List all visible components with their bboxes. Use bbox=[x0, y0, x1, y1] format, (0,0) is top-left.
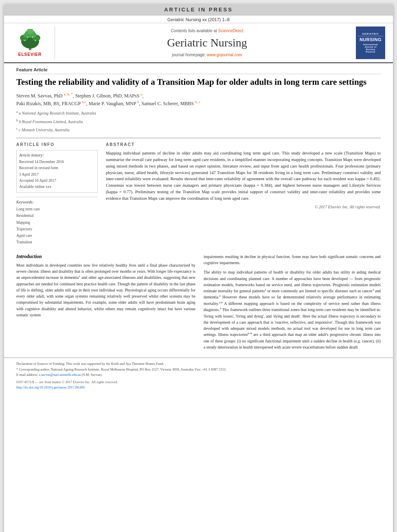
article-info-header: ARTICLE INFO bbox=[16, 142, 98, 147]
keyword-residential: Residential bbox=[16, 212, 98, 219]
body-left-col: Introduction Most individuals in develop… bbox=[16, 254, 195, 353]
keyword-transition: Transition bbox=[16, 239, 98, 245]
intro-left-para-1: Most individuals in developed countries … bbox=[16, 262, 195, 318]
elsevier-tree-icon bbox=[16, 29, 44, 51]
article-info-col: ARTICLE INFO Article history: Received 1… bbox=[16, 138, 98, 245]
abstract-text: Mapping individual patterns of decline i… bbox=[106, 150, 381, 201]
svg-point-9 bbox=[35, 40, 36, 41]
intro-right-para-1: impairments resulting in decline in phys… bbox=[204, 254, 381, 266]
article-history-box: Article history: Received 14 December 20… bbox=[16, 150, 98, 193]
article-in-press-banner: ARTICLE IN PRESS bbox=[4, 4, 393, 15]
keyword-aged-care: Aged care bbox=[16, 232, 98, 239]
article-history-label: Article history: bbox=[19, 153, 95, 157]
gn-logo-top: GERIATRIC bbox=[358, 33, 384, 36]
journal-link-bar: Geriatric Nursing xx (2017) 1–8 bbox=[4, 15, 393, 23]
authors-line: Steven M. Savvas, PhD a, b, *, Stephen J… bbox=[16, 92, 381, 107]
elsevier-label: ELSEVIER bbox=[18, 52, 42, 57]
gn-logo-container: GERIATRIC NURSING InternationalJournal o… bbox=[354, 26, 387, 59]
history-item-4: Accepted 10 April 2017 bbox=[19, 178, 95, 184]
email-author: (S.M. Savvas). bbox=[82, 373, 103, 377]
journal-homepage: journal homepage: www.gnjournal.com bbox=[172, 53, 242, 57]
gn-logo-main: NURSING bbox=[360, 37, 382, 42]
keyword-mapping: Mapping bbox=[16, 219, 98, 226]
homepage-prefix: journal homepage: bbox=[172, 53, 207, 57]
history-item-1: Received 14 December 2016 bbox=[19, 159, 95, 165]
intro-right-para-2: The ability to map individual patterns o… bbox=[204, 269, 381, 350]
content-area: Feature Article Testing the reliability … bbox=[4, 63, 393, 249]
affiliation-a: a a National Ageing Research Institute, … bbox=[16, 110, 381, 116]
banner-text: ARTICLE IN PRESS bbox=[164, 7, 233, 13]
homepage-url[interactable]: www.gnjournal.com bbox=[207, 53, 242, 57]
gn-logo-box: GERIATRIC NURSING InternationalJournal o… bbox=[356, 26, 385, 59]
svg-point-8 bbox=[24, 40, 25, 41]
doi-link[interactable]: http://dx.doi.org/10.1016/j.gerinurse.20… bbox=[16, 385, 85, 389]
keyword-long-term-care: Long term care bbox=[16, 206, 98, 212]
email-note: E-mail address: s.savvas@nari.unimelb.ed… bbox=[16, 372, 381, 378]
gn-logo-sub: InternationalJournal ofNursingPractice bbox=[363, 43, 378, 53]
page: ARTICLE IN PRESS Geriatric Nursing xx (2… bbox=[4, 4, 393, 532]
affiliation-b: b b Royal Freemasons Limited, Australia bbox=[16, 118, 381, 125]
keyword-trajectory: Trajectory bbox=[16, 226, 98, 232]
svg-point-10 bbox=[27, 37, 28, 38]
journal-citation-suffix: 8 bbox=[227, 17, 230, 22]
affiliation-c: c c Monash University, Australia bbox=[16, 126, 381, 133]
article-info-abstract-section: ARTICLE INFO Article history: Received 1… bbox=[16, 138, 381, 245]
feature-article-label: Feature Article bbox=[16, 67, 381, 74]
journal-citation-prefix: Geriatric Nursing xx (2017) 1 bbox=[167, 17, 225, 22]
elsevier-logo: ELSEVIER bbox=[10, 26, 55, 59]
doi-line: http://dx.doi.org/10.1016/j.gerinurse.20… bbox=[16, 385, 381, 391]
article-title: Testing the reliability and validity of … bbox=[16, 77, 381, 88]
svg-point-11 bbox=[32, 37, 33, 38]
keywords-label: Keywords: bbox=[16, 197, 98, 204]
issn-line: 0197-4572/$ — see front matter © 2017 El… bbox=[16, 380, 381, 385]
email-link[interactable]: s.savvas@nari.unimelb.edu.au bbox=[39, 373, 81, 377]
contents-prefix: Contents lists available at bbox=[171, 29, 218, 33]
journal-title-area: Contents lists available at ScienceDirec… bbox=[60, 26, 354, 59]
contents-line: Contents lists available at ScienceDirec… bbox=[171, 29, 243, 33]
journal-header: ELSEVIER Contents lists available at Sci… bbox=[4, 23, 393, 63]
body-right-col: impairments resulting in decline in phys… bbox=[204, 254, 381, 353]
history-item-2: Received in revised form bbox=[19, 165, 95, 171]
abstract-header: ABSTRACT bbox=[106, 142, 381, 147]
journal-name: Geriatric Nursing bbox=[167, 36, 247, 49]
footer-notes: Declaration of Sources of Funding: This … bbox=[4, 358, 393, 394]
science-direct-link[interactable]: ScienceDirect bbox=[218, 29, 243, 33]
body-section: Introduction Most individuals in develop… bbox=[4, 249, 393, 358]
corresponding-note: * Corresponding author. National Ageing … bbox=[16, 367, 381, 373]
intro-title: Introduction bbox=[16, 254, 195, 260]
copyright-line: © 2017 Elsevier Inc. All rights reserved… bbox=[106, 205, 381, 209]
abstract-col: ABSTRACT Mapping individual patterns of … bbox=[106, 138, 381, 245]
history-item-3: 3 April 2017 bbox=[19, 172, 95, 178]
history-item-5: Available online xxx bbox=[19, 184, 95, 190]
funding-note: Declaration of Sources of Funding: This … bbox=[16, 361, 381, 367]
